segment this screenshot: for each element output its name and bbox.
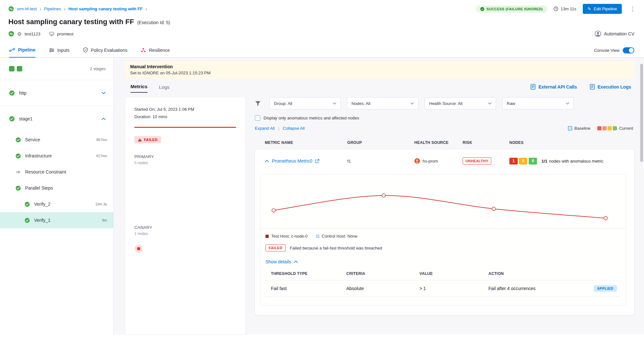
anomalous-checkbox[interactable]	[255, 115, 260, 121]
chevron-down-icon[interactable]	[101, 92, 106, 94]
node-count-badge: 1	[509, 158, 518, 165]
metric-timeseries-chart[interactable]	[261, 174, 626, 229]
sidebar-stage-http[interactable]: http	[0, 80, 113, 106]
top-bar: srm-hf-test › Pipelines › Host sampling …	[0, 0, 644, 14]
threshold-row: Fail fast Absolute > 1 Fail after 4 occu…	[265, 280, 621, 297]
metrics-table-header: METRIC NAME GROUP HEALTH SOURCE RISK NOD…	[255, 140, 634, 145]
step-duration: 9m	[102, 218, 107, 222]
execution-sidebar: 2 stages http stage1 Service 857ms Infra…	[0, 58, 114, 334]
canary-label: CANARY	[134, 225, 236, 230]
current-risk-swatch	[597, 126, 601, 130]
metric-health-source: hs-prom	[414, 158, 463, 164]
service-name[interactable]: test1123	[24, 32, 40, 36]
col-metric-name: METRIC NAME	[265, 140, 347, 145]
tab-metrics[interactable]: Metrics	[130, 84, 148, 93]
stages-count: 2 stages	[90, 66, 106, 71]
sidebar-step-verify-1[interactable]: Verify_1 9m	[0, 212, 113, 228]
col-criteria: CRITERIA	[346, 271, 419, 276]
sidebar-step-infrastructure[interactable]: Infrastructure 617ms	[0, 148, 113, 164]
inputs-icon	[49, 48, 54, 52]
risk-badge: UNHEALTHY	[463, 157, 491, 165]
collapse-all-link[interactable]: Collapse All	[283, 126, 305, 131]
filter-funnel-icon[interactable]	[255, 100, 261, 106]
breadcrumb-separator: ›	[64, 6, 66, 12]
expand-collapse-row: Expand All | Collapse All Baseline Curre…	[255, 126, 634, 131]
col-nodes: NODES	[509, 140, 634, 145]
srm-module-icon	[8, 6, 14, 12]
toggle-knob	[629, 48, 634, 53]
detail-tabs: Metrics Logs External API Calls Executio…	[125, 84, 634, 93]
prometheus-icon	[414, 158, 420, 164]
node-count-badge: 0	[529, 158, 537, 165]
success-check-icon	[24, 218, 30, 223]
metric-name-link[interactable]: Prometheus Metric0	[272, 158, 312, 164]
chevron-down-icon	[566, 102, 569, 105]
execution-logs-link[interactable]: Execution Logs	[590, 84, 631, 90]
baseline-label: Baseline	[574, 126, 591, 131]
step-duration: 13m 3s	[95, 202, 107, 206]
data-type-select[interactable]: Raw	[502, 97, 574, 109]
stage-status-square	[17, 66, 22, 71]
tab-resilience[interactable]: Resilience	[141, 48, 170, 57]
current-risk-swatch	[608, 126, 612, 130]
control-host-swatch	[316, 235, 319, 238]
main-tabs: Pipeline Inputs Policy Evaluations Resil…	[0, 42, 644, 58]
current-swatches	[597, 126, 617, 130]
sidebar-step-service[interactable]: Service 857ms	[0, 132, 113, 148]
scrollbar-thumb[interactable]	[640, 64, 643, 162]
primary-label: PRIMARY	[134, 154, 236, 159]
value-cell: > 1	[419, 286, 488, 291]
execution-id: (Execution Id: 5)	[137, 20, 170, 25]
title-row: Host sampling canary testing with FF (Ex…	[0, 14, 644, 26]
canary-node-hexagon[interactable]	[134, 244, 143, 253]
log-links: External API Calls Execution Logs	[531, 84, 634, 93]
tab-policy-evaluations[interactable]: Policy Evaluations	[83, 47, 128, 57]
stage-status-square	[9, 66, 14, 71]
console-view-label: Console View	[594, 48, 620, 53]
canary-node-count: 1 nodes	[134, 231, 236, 236]
show-details-link[interactable]: Show details	[261, 251, 303, 264]
threshold-type-cell: Fail fast	[271, 286, 346, 291]
sidebar-stage-stage1[interactable]: stage1	[0, 106, 113, 132]
nodes-filter-select[interactable]: Nodes: All	[347, 97, 418, 109]
external-link-icon[interactable]	[315, 159, 319, 163]
expand-all-link[interactable]: Expand All	[255, 126, 274, 131]
sidebar-step-verify-2[interactable]: Verify_2 13m 3s	[0, 196, 113, 212]
external-api-calls-link[interactable]: External API Calls	[531, 84, 577, 90]
breadcrumb-separator: ›	[146, 6, 147, 12]
current-label: Current	[619, 126, 633, 131]
col-risk: RISK	[463, 140, 509, 145]
tab-logs[interactable]: Logs	[159, 84, 170, 93]
more-options-icon[interactable]: ⋮	[628, 5, 637, 13]
console-view-toggle[interactable]	[623, 47, 634, 53]
started-on: Started On: Jul 5, 2023 1:06 PM	[134, 107, 236, 112]
sidebar-step-resource-constraint[interactable]: Resource Constraint	[0, 164, 113, 180]
health-source-filter-select[interactable]: Health Source: All	[425, 97, 496, 109]
step-details-panel: Manual Intervention Set to IGNORE on 05-…	[114, 58, 644, 334]
environment-name[interactable]: promtest	[57, 32, 73, 36]
failure-reason-row: FAILED Failed because a fail-fast thresh…	[261, 239, 626, 251]
col-value: VALUE	[419, 271, 488, 276]
manual-intervention-banner: Manual Intervention Set to IGNORE on 05-…	[125, 61, 634, 79]
tab-inputs[interactable]: Inputs	[49, 48, 70, 57]
chevron-down-icon	[333, 102, 336, 105]
tab-pipeline[interactable]: Pipeline	[9, 47, 35, 58]
edit-pipeline-button[interactable]: ✎ Edit Pipeline	[583, 4, 622, 14]
failed-badge: FAILED	[265, 244, 286, 251]
col-health-source: HEALTH SOURCE	[414, 140, 463, 145]
criteria-cell: Absolute	[346, 286, 419, 291]
breadcrumb-pipelines[interactable]: Pipelines	[44, 6, 61, 11]
breadcrumb: srm-hf-test › Pipelines › Host sampling …	[8, 6, 147, 12]
collapse-metric-chevron-icon[interactable]	[265, 160, 269, 162]
group-filter-select[interactable]: Group: All	[269, 97, 341, 109]
breadcrumb-page[interactable]: Host sampling canary testing with FF	[68, 6, 142, 11]
breadcrumb-project[interactable]: srm-hf-test	[17, 6, 37, 11]
metric-group: f1	[347, 159, 414, 164]
shield-check-icon	[83, 47, 88, 53]
sidebar-step-parallel-steps[interactable]: Parallel Steps	[0, 180, 113, 196]
user-icon	[595, 31, 601, 37]
page-title: Host sampling canary testing with FF	[8, 18, 134, 26]
progress-bar	[134, 127, 236, 128]
document-icon	[590, 84, 595, 90]
chevron-up-icon[interactable]	[101, 118, 106, 120]
